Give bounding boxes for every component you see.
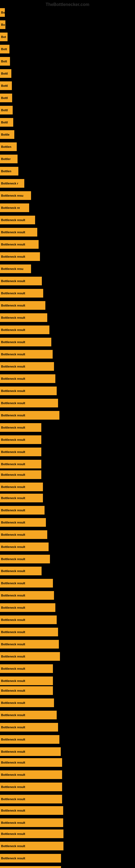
bar-label: Bottleneck result bbox=[1, 809, 25, 812]
bar-label: Bottleneck r bbox=[1, 182, 18, 185]
bar-item: Bottleneck r bbox=[0, 179, 24, 188]
bar-label: Bottleneck result bbox=[1, 389, 25, 393]
bar-label: Bottleneck result bbox=[1, 521, 25, 524]
bar-item: Bott bbox=[0, 57, 10, 66]
bar-label: Bottleneck result bbox=[1, 438, 25, 441]
bar-label: Bottleneck result bbox=[1, 316, 25, 319]
bar-item: Bottleneck result bbox=[0, 747, 61, 756]
bar-item: Bottl bbox=[0, 82, 12, 90]
bar-item: Bottle bbox=[0, 130, 14, 139]
bar-item: Bottleneck result bbox=[0, 758, 62, 767]
bar-item: Bottleneck result bbox=[0, 711, 57, 719]
bar-label: Bottleneck result bbox=[1, 243, 25, 246]
bar-item: Bottleneck result bbox=[0, 806, 63, 815]
bar-label: Bottleneck result bbox=[1, 352, 25, 356]
bar-label: Bottleneck result bbox=[1, 618, 25, 621]
bar-label: Bottleneck result bbox=[1, 340, 25, 344]
bar-label: Bottleneck result bbox=[1, 630, 25, 633]
bar-item: Bottleneck result bbox=[0, 435, 41, 444]
bar-label: Bo bbox=[1, 23, 5, 26]
bar-item: Bo bbox=[0, 8, 5, 17]
bar-label: Bottleneck result bbox=[1, 738, 25, 741]
bar-label: Bottleneck result bbox=[1, 679, 25, 682]
bar-label: Bottleneck result bbox=[1, 304, 25, 307]
bar-item: Bottl bbox=[0, 118, 13, 127]
bar-label: Bottleneck re bbox=[1, 206, 20, 209]
bar-item: Bottleneck result bbox=[0, 616, 57, 624]
bar-label: Bottleneck result bbox=[1, 328, 25, 332]
bar-label: Bottleneck result bbox=[1, 643, 25, 646]
bar-item: Bottleneck result bbox=[0, 411, 59, 420]
bar-label: Bottleneck result bbox=[1, 545, 25, 549]
bar-label: Bottleneck result bbox=[1, 832, 25, 835]
bar-item: Bottleneck result bbox=[0, 494, 43, 502]
bar-item: Bottleneck result bbox=[0, 628, 58, 637]
bar-label: Bottleneck result bbox=[1, 689, 25, 692]
bar-item: Bottleneck result bbox=[0, 228, 37, 237]
bar-item: Bottleneck result bbox=[0, 579, 53, 588]
bar-label: Bottleneck result bbox=[1, 377, 25, 380]
bar-item: Bottleneck result bbox=[0, 350, 53, 359]
bar-label: Bottleneck result bbox=[1, 496, 25, 500]
bar-label: Bottleneck result bbox=[1, 230, 25, 234]
bar-item: Bot bbox=[0, 33, 8, 41]
bar-item: Bottleneck result bbox=[0, 677, 53, 685]
bar-item: Bottleneck result bbox=[0, 664, 53, 673]
bar-item: Bottleneck result bbox=[0, 530, 47, 539]
bar-item: Bottleneck result bbox=[0, 423, 41, 432]
bar-item: Bottleneck result bbox=[0, 289, 43, 298]
bar-label: Bottleneck result bbox=[1, 655, 25, 658]
bar-item: Bottleneck result bbox=[0, 542, 49, 551]
bar-label: Bottleneck result bbox=[1, 725, 25, 729]
bar-item: Bottleneck result bbox=[0, 277, 42, 285]
bar-item: Bottleneck result bbox=[0, 252, 40, 261]
bar-label: Bottleneck result bbox=[1, 463, 25, 466]
bar-label: Bottl bbox=[1, 72, 8, 75]
bar-label: Bottl bbox=[1, 96, 8, 99]
bar-item: Bottleneck result bbox=[0, 686, 53, 695]
site-title: TheBottlenecker.com bbox=[46, 2, 89, 7]
bar-item: Bottleneck result bbox=[0, 460, 41, 468]
bar-label: Bottlen bbox=[1, 169, 11, 173]
bar-label: Bottleneck result bbox=[1, 761, 25, 764]
bar-item: Bottleneck result bbox=[0, 640, 59, 649]
bar-label: Bottleneck result bbox=[1, 485, 25, 489]
bar-item: Bottl bbox=[0, 106, 13, 115]
bar-item: Bottleneck result bbox=[0, 240, 39, 249]
bar-item: Bottleneck result bbox=[0, 567, 42, 575]
bar-item: Bottleneck result bbox=[0, 374, 55, 383]
bar-label: Bottleneck result bbox=[1, 667, 25, 670]
bar-label: Bottleneck result bbox=[1, 414, 25, 417]
bar-label: Bottl bbox=[1, 84, 8, 87]
bar-label: Bottleneck resu bbox=[1, 194, 24, 197]
bar-item: Bottleneck result bbox=[0, 470, 41, 479]
bar-label: Bottleneck result bbox=[1, 701, 25, 705]
bar-label: Bottleneck result bbox=[1, 291, 25, 295]
bar-item: Bottl bbox=[0, 69, 11, 78]
bar-label: Bott bbox=[1, 48, 7, 51]
bar-item: Bottleneck result bbox=[0, 723, 58, 732]
bar-item: Bottleneck result bbox=[0, 603, 55, 612]
bar-item: Bottleneck result bbox=[0, 795, 62, 803]
bar-label: Bottleneck result bbox=[1, 508, 25, 512]
bar-item: Bottleneck result bbox=[0, 386, 57, 395]
bar-item: Bottleneck result bbox=[0, 699, 54, 707]
bar-item: Bottlen bbox=[0, 143, 17, 151]
bar-item: Bottleneck result bbox=[0, 447, 41, 456]
bar-label: Bottleneck result bbox=[1, 821, 25, 824]
bar-label: Bottleneck result bbox=[1, 450, 25, 454]
bar-item: Bottleneck result bbox=[0, 652, 60, 661]
bar-item: Bottleneck result bbox=[0, 854, 61, 863]
bar-label: Bottleneck result bbox=[1, 713, 25, 717]
bar-item: Bottleneck result bbox=[0, 818, 63, 827]
bar-label: Bottleneck result bbox=[1, 750, 25, 753]
bar-label: Bottler bbox=[1, 157, 10, 161]
bar-item: Bottleneck resu bbox=[0, 191, 31, 200]
bar-item: Bottleneck result bbox=[0, 555, 50, 563]
bar-item: Bottleneck result bbox=[0, 313, 47, 322]
bar-label: Bottleneck result bbox=[1, 557, 25, 561]
bar-item: Bottleneck result bbox=[0, 770, 62, 779]
bar-item: Bottleneck result bbox=[0, 338, 51, 346]
bar-item: Bottleneck result bbox=[0, 782, 62, 791]
bar-item: Bott bbox=[0, 45, 9, 54]
